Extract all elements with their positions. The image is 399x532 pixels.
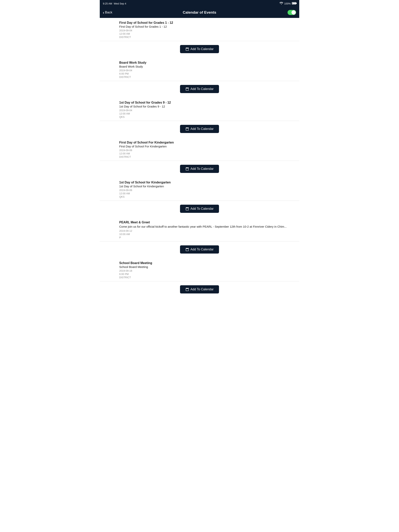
add-to-calendar-label: Add To Calendar [191,288,214,291]
event-title-sub: 1st Day of School for Kindergarten [119,185,295,188]
event-item: Board Work StudyBoard Work Study2019-09-… [100,58,299,81]
event-item: 1st Day of School for Grades 9 - 121st D… [100,98,299,121]
event-description: Come join us for our official kickoff to… [119,225,295,229]
add-to-calendar-button[interactable]: Add To Calendar [180,45,219,53]
calendar-icon [186,127,189,131]
add-to-calendar-row: Add To Calendar [100,241,299,258]
event-time: 12:00 AM [119,112,295,115]
event-date: 2019-09-12 [119,229,295,232]
add-to-calendar-row: Add To Calendar [100,201,299,217]
event-time: 12:00 AM [119,32,295,35]
event-title-main: Board Work Study [119,61,295,64]
event-time: 6:00 PM [119,72,295,75]
calendar-icon [186,207,189,210]
event-title-sub: First Day of School for Grades 1 - 12 [119,25,295,28]
event-location: DISTRICT [119,276,295,279]
add-to-calendar-row: Add To Calendar [100,161,299,177]
add-to-calendar-button[interactable]: Add To Calendar [180,125,219,133]
back-label: Back [105,11,112,14]
back-button[interactable]: ‹ Back [103,10,112,15]
event-time: 6:00 PM [119,273,295,276]
event-location: P [119,236,295,239]
battery-percentage: 100% [284,2,291,5]
add-to-calendar-label: Add To Calendar [191,87,214,91]
event-title-main: First Day of School For Kindergarten [119,141,295,144]
status-date: Wed Sep 4 [114,2,126,5]
event-item: PEARL Meet & GreetCome join us for our o… [100,217,299,241]
calendar-icon [186,47,189,51]
event-date: 2019-09-04 [119,29,295,32]
event-title-main: 1st Day of School for Kindergarten [119,181,295,184]
events-list: First Day of School for Grades 1 - 12Fir… [100,18,299,298]
calendar-icon [186,167,189,171]
event-title-sub: Board Work Study [119,65,295,68]
add-to-calendar-row: Add To Calendar [100,81,299,98]
event-time: 12:00 AM [119,152,295,155]
add-to-calendar-button[interactable]: Add To Calendar [180,285,219,293]
status-bar: 9:25 AM Wed Sep 4 100% [100,0,299,7]
add-to-calendar-label: Add To Calendar [191,47,214,51]
event-date: 2019-09-18 [119,269,295,272]
nav-title: Calendar of Events [183,10,216,15]
calendar-icon [186,288,189,291]
event-title-main: First Day of School for Grades 1 - 12 [119,21,295,25]
event-title-main: School Board Meeting [119,261,295,265]
toggle-switch[interactable] [288,10,296,15]
chevron-left-icon: ‹ [103,10,104,15]
calendar-icon [186,248,189,251]
event-item: First Day of School for Grades 1 - 12Fir… [100,18,299,41]
add-to-calendar-label: Add To Calendar [191,167,214,171]
add-to-calendar-button[interactable]: Add To Calendar [180,85,219,93]
add-to-calendar-button[interactable]: Add To Calendar [180,205,219,213]
add-to-calendar-row: Add To Calendar [100,41,299,58]
calendar-icon [186,87,189,91]
event-location: QKS [119,115,295,118]
event-title-main: PEARL Meet & Greet [119,221,295,224]
event-location: DISTRICT [119,76,295,78]
event-time: 12:00 AM [119,192,295,195]
add-to-calendar-button[interactable]: Add To Calendar [180,245,219,253]
event-date: 2019-09-06 [119,149,295,152]
event-item: 1st Day of School for Kindergarten1st Da… [100,177,299,201]
add-to-calendar-row: Add To Calendar [100,121,299,138]
event-location: QKS [119,195,295,198]
nav-bar: ‹ Back Calendar of Events [100,7,299,18]
event-title-sub: School Board Meeting [119,265,295,269]
event-title-sub: First Day of School For Kindergarten [119,145,295,148]
event-time: 10:00 AM [119,233,295,236]
add-to-calendar-label: Add To Calendar [191,127,214,131]
event-date: 2019-09-06 [119,189,295,192]
event-date: 2019-09-04 [119,109,295,112]
battery-icon [292,2,296,5]
add-to-calendar-row: Add To Calendar [100,281,299,298]
event-location: DISTRICT [119,155,295,158]
add-to-calendar-label: Add To Calendar [191,207,214,210]
event-location: DISTRICT [119,36,295,38]
event-date: 2019-09-04 [119,69,295,72]
event-title-sub: 1st Day of School for Grades 9 - 12 [119,105,295,108]
add-to-calendar-button[interactable]: Add To Calendar [180,165,219,173]
status-time: 9:25 AM [103,2,112,5]
add-to-calendar-label: Add To Calendar [191,248,214,251]
event-item: School Board MeetingSchool Board Meeting… [100,258,299,281]
wifi-icon [280,2,283,5]
event-title-main: 1st Day of School for Grades 9 - 12 [119,101,295,104]
event-item: First Day of School For KindergartenFirs… [100,138,299,161]
